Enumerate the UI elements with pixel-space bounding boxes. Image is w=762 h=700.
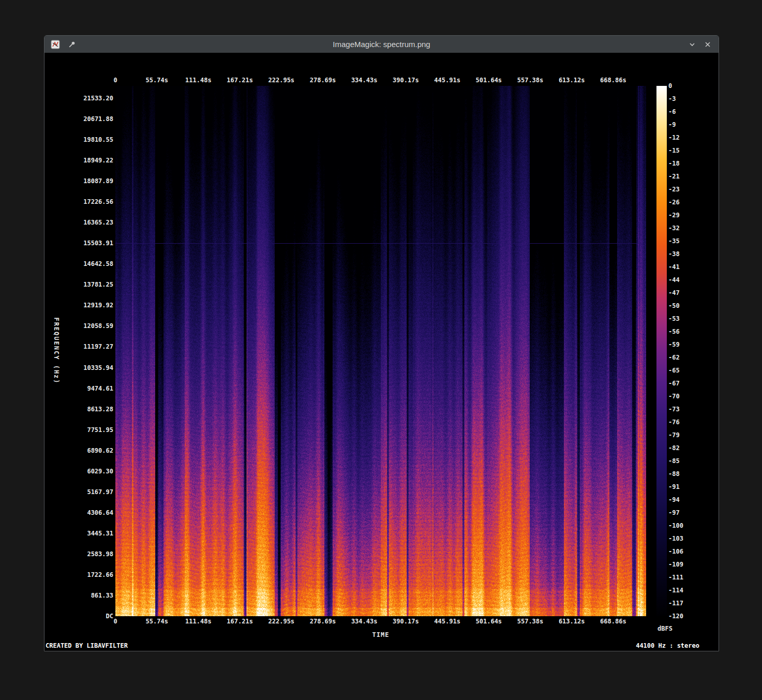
time-tick-label: 613.12s	[559, 77, 585, 84]
chevron-down-icon[interactable]	[686, 39, 698, 50]
db-tick-label: -23	[668, 186, 680, 193]
db-tick-label: -3	[668, 95, 676, 102]
freq-tick-label: 861.33	[91, 592, 113, 599]
db-tick-label: -100	[668, 522, 683, 529]
close-icon[interactable]	[702, 39, 713, 50]
freq-tick-label: 10335.94	[83, 364, 113, 371]
time-tick-label: 55.74s	[146, 77, 168, 84]
time-tick-label: 668.86s	[600, 77, 626, 84]
footer-created-by: CREATED BY LIBAVFILTER	[46, 642, 128, 649]
spectrogram-image	[115, 86, 646, 616]
db-tick-label: -65	[668, 367, 680, 374]
db-tick-label: -70	[668, 393, 680, 400]
db-tick-label: -114	[668, 587, 683, 594]
time-tick-label: 557.38s	[517, 77, 544, 84]
time-tick-label: 334.43s	[351, 77, 378, 84]
db-tick-label: -12	[668, 134, 680, 141]
time-tick-label: 613.12s	[559, 618, 585, 625]
time-tick-label: 0	[113, 618, 117, 625]
imagemagick-app-icon[interactable]	[50, 39, 61, 50]
freq-tick-label: 4306.64	[87, 509, 113, 516]
db-tick-label: -35	[668, 237, 680, 245]
time-tick-label: 501.64s	[476, 77, 502, 84]
freq-tick-label: 3445.31	[87, 530, 113, 537]
db-tick-label: -59	[668, 341, 680, 348]
db-tick-label: -62	[668, 354, 680, 361]
time-tick-label: 111.48s	[185, 77, 212, 84]
time-tick-label: 278.69s	[310, 77, 336, 84]
window-title: ImageMagick: spectrum.png	[44, 40, 719, 49]
freq-tick-label: 18949.22	[83, 157, 113, 164]
db-tick-label: -41	[668, 263, 680, 271]
imagemagick-window: ImageMagick: spectrum.png FREQUENCY (Hz)	[44, 35, 719, 651]
db-tick-label: -120	[668, 613, 683, 620]
time-tick-label: 501.64s	[476, 618, 502, 625]
freq-tick-label: 14642.58	[83, 260, 113, 267]
db-tick-label: -15	[668, 147, 680, 154]
freq-tick-label: 15503.91	[83, 240, 113, 247]
db-tick-label: -88	[668, 470, 680, 478]
time-tick-label: 167.21s	[227, 77, 253, 84]
freq-tick-label: 19810.55	[83, 136, 113, 143]
freq-tick-label: DC	[106, 613, 113, 620]
time-tick-label: 0	[113, 77, 117, 84]
db-tick-label: -117	[668, 600, 683, 607]
db-tick-label: -29	[668, 212, 680, 219]
db-tick-label: -50	[668, 302, 680, 309]
time-tick-label: 278.69s	[310, 618, 336, 625]
db-tick-label: -106	[668, 548, 683, 555]
time-axis-title: TIME	[372, 631, 390, 638]
db-tick-label: -97	[668, 509, 680, 516]
window-controls	[686, 39, 713, 50]
time-tick-label: 668.86s	[600, 618, 626, 625]
db-tick-label: -79	[668, 431, 680, 439]
db-tick-label: -32	[668, 225, 680, 232]
time-tick-label: 445.91s	[434, 77, 460, 84]
db-tick-label: -109	[668, 561, 683, 568]
time-tick-label: 167.21s	[227, 618, 253, 625]
db-tick-label: -47	[668, 289, 680, 296]
db-tick-label: -94	[668, 496, 680, 503]
db-tick-label: -53	[668, 315, 680, 322]
window-body: FREQUENCY (Hz) 21533.2020671.8819810.551…	[44, 53, 719, 651]
time-tick-label: 445.91s	[434, 618, 460, 625]
db-tick-label: -21	[668, 173, 680, 180]
db-tick-label: -38	[668, 250, 680, 258]
time-tick-label: 111.48s	[185, 618, 212, 625]
time-tick-label: 55.74s	[146, 618, 168, 625]
freq-tick-label: 1722.66	[87, 571, 113, 578]
db-tick-label: -76	[668, 419, 680, 426]
db-tick-label: -103	[668, 535, 683, 542]
freq-tick-label: 12058.59	[83, 322, 113, 330]
time-tick-label: 222.95s	[268, 77, 295, 84]
freq-tick-label: 16365.23	[83, 219, 113, 226]
db-tick-label: 0	[668, 82, 672, 90]
db-tick-label: -44	[668, 276, 680, 284]
freq-tick-label: 6029.30	[87, 468, 113, 475]
time-tick-label: 334.43s	[351, 618, 378, 625]
db-tick-label: -85	[668, 457, 680, 465]
db-tick-label: -56	[668, 328, 680, 335]
db-tick-label: -26	[668, 199, 680, 206]
db-tick-label: -6	[668, 108, 676, 115]
freq-tick-label: 20671.88	[83, 115, 113, 123]
db-tick-label: -91	[668, 483, 680, 490]
dbfs-unit-label: dBFS	[658, 625, 673, 632]
freq-tick-label: 18087.89	[83, 177, 113, 185]
freq-tick-label: 12919.92	[83, 302, 113, 309]
time-tick-label: 390.17s	[393, 618, 419, 625]
colorbar	[656, 86, 667, 616]
time-tick-label: 557.38s	[517, 618, 544, 625]
freq-tick-label: 6890.62	[87, 447, 113, 454]
footer-sample-info: 44100 Hz : stereo	[636, 642, 699, 649]
db-tick-label: -18	[668, 160, 680, 167]
db-tick-label: -82	[668, 444, 680, 452]
pin-icon[interactable]	[66, 39, 78, 50]
freq-tick-label: 9474.61	[87, 385, 113, 392]
freq-tick-label: 7751.95	[87, 426, 113, 434]
db-tick-label: -111	[668, 574, 683, 581]
titlebar[interactable]: ImageMagick: spectrum.png	[44, 36, 719, 53]
db-tick-label: -73	[668, 406, 680, 413]
freq-tick-label: 5167.97	[87, 488, 113, 496]
freq-tick-label: 17226.56	[83, 198, 113, 205]
